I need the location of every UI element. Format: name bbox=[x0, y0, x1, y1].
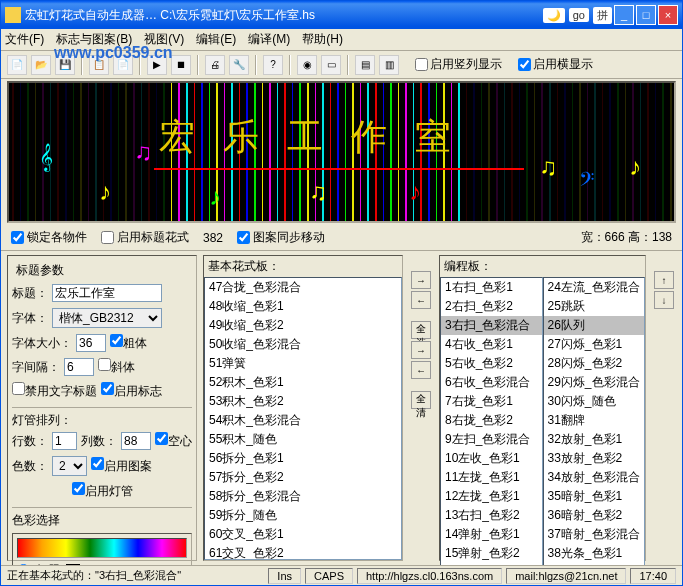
move-right-button[interactable]: → bbox=[411, 271, 431, 289]
list-item[interactable]: 1右扫_色彩1 bbox=[441, 278, 542, 297]
tb-x2-icon[interactable]: ▭ bbox=[321, 55, 341, 75]
ime-badge[interactable]: 🌙 bbox=[543, 8, 565, 23]
move-right2-button[interactable]: → bbox=[411, 341, 431, 359]
use-tube-check[interactable]: 启用灯管 bbox=[72, 482, 133, 500]
list-item[interactable]: 8右拢_色彩2 bbox=[441, 411, 542, 430]
vertical-display-check[interactable]: 启用竖列显示 bbox=[415, 56, 502, 73]
menu-help[interactable]: 帮助(H) bbox=[302, 31, 343, 48]
colors-select[interactable]: 2 bbox=[52, 456, 87, 476]
list-item[interactable]: 5右收_色彩2 bbox=[441, 354, 542, 373]
list-item[interactable]: 6右收_色彩混合 bbox=[441, 373, 542, 392]
program-label: 编程板： bbox=[440, 256, 645, 277]
list-item[interactable]: 12左拢_色彩1 bbox=[441, 487, 542, 506]
tb-new-icon[interactable]: 📄 bbox=[7, 55, 27, 75]
menu-file[interactable]: 文件(F) bbox=[5, 31, 44, 48]
list-item[interactable]: 13右扫_色彩2 bbox=[441, 506, 542, 525]
ime-badge-2[interactable]: go bbox=[569, 8, 589, 22]
titlebar: 宏虹灯花式自动生成器… C:\宏乐霓虹灯\宏乐工作室.hs 🌙 go 拼 _ □… bbox=[1, 1, 682, 29]
basic-style-list[interactable]: 47合拢_色彩混合48收缩_色彩149收缩_色彩250收缩_色彩混合51弹簧52… bbox=[204, 277, 402, 560]
tb-help-icon[interactable]: ? bbox=[263, 55, 283, 75]
hollow-check[interactable]: 空心 bbox=[155, 432, 192, 450]
list-item[interactable]: 49收缩_色彩2 bbox=[205, 316, 401, 335]
ime-badge-3[interactable]: 拼 bbox=[593, 7, 612, 24]
font-select[interactable]: 楷体_GB2312 bbox=[52, 308, 162, 328]
list-item[interactable]: 4右收_色彩1 bbox=[441, 335, 542, 354]
bold-check[interactable]: 粗体 bbox=[110, 334, 147, 352]
move-left2-button[interactable]: ← bbox=[411, 361, 431, 379]
tb-open-icon[interactable]: 📂 bbox=[31, 55, 51, 75]
list-item[interactable]: 61交叉_色彩2 bbox=[205, 544, 401, 560]
spacing-input[interactable] bbox=[64, 358, 94, 376]
status-mail: mail:hlgzs@21cn.net bbox=[506, 568, 626, 584]
list-item[interactable]: 9左扫_色彩混合 bbox=[441, 430, 542, 449]
italic-check[interactable]: 斜体 bbox=[98, 358, 135, 376]
list-item[interactable]: 10左收_色彩1 bbox=[441, 449, 542, 468]
list-item[interactable]: 26队列 bbox=[544, 316, 645, 335]
list-item[interactable]: 32放射_色彩1 bbox=[544, 430, 645, 449]
list-item[interactable]: 38光条_色彩1 bbox=[544, 544, 645, 563]
use-logo-check[interactable]: 启用标志 bbox=[101, 382, 162, 400]
window-title: 宏虹灯花式自动生成器… C:\宏乐霓虹灯\宏乐工作室.hs bbox=[25, 7, 541, 24]
cols-input[interactable] bbox=[121, 432, 151, 450]
list-item[interactable]: 47合拢_色彩混合 bbox=[205, 278, 401, 297]
horizontal-display-check[interactable]: 启用横显示 bbox=[518, 56, 593, 73]
list-item[interactable]: 15弹射_色彩2 bbox=[441, 544, 542, 563]
minimize-button[interactable]: _ bbox=[614, 5, 634, 25]
list-item[interactable]: 55积木_随色 bbox=[205, 430, 401, 449]
program-list-col1[interactable]: 1右扫_色彩12右扫_色彩23右扫_色彩混合4右收_色彩15右收_色彩26右收_… bbox=[440, 277, 543, 565]
list-item[interactable]: 60交叉_色彩1 bbox=[205, 525, 401, 544]
list-item[interactable]: 24左流_色彩混合 bbox=[544, 278, 645, 297]
gradient-bar[interactable] bbox=[17, 538, 187, 558]
tb-y1-icon[interactable]: ▤ bbox=[355, 55, 375, 75]
list-item[interactable]: 53积木_色彩2 bbox=[205, 392, 401, 411]
list-item[interactable]: 34放射_色彩混合 bbox=[544, 468, 645, 487]
list-item[interactable]: 36暗射_色彩2 bbox=[544, 506, 645, 525]
list-item[interactable]: 56拆分_色彩1 bbox=[205, 449, 401, 468]
list-item[interactable]: 27闪烁_色彩1 bbox=[544, 335, 645, 354]
select-all-button[interactable]: 全选 bbox=[411, 321, 431, 339]
disable-text-check[interactable]: 禁用文字标题 bbox=[12, 382, 97, 400]
sync-move-check[interactable]: 图案同步移动 bbox=[237, 229, 325, 246]
rows-input[interactable] bbox=[52, 432, 77, 450]
menu-compile[interactable]: 编译(M) bbox=[248, 31, 290, 48]
list-item[interactable]: 25跳跃 bbox=[544, 297, 645, 316]
list-item[interactable]: 2右扫_色彩2 bbox=[441, 297, 542, 316]
list-item[interactable]: 33放射_色彩2 bbox=[544, 449, 645, 468]
list-item[interactable]: 48收缩_色彩1 bbox=[205, 297, 401, 316]
tb-stop-icon[interactable]: ⏹ bbox=[171, 55, 191, 75]
list-item[interactable]: 59拆分_随色 bbox=[205, 506, 401, 525]
tb-x1-icon[interactable]: ◉ bbox=[297, 55, 317, 75]
tb-tool-icon[interactable]: 🔧 bbox=[229, 55, 249, 75]
move-left-button[interactable]: ← bbox=[411, 291, 431, 309]
list-item[interactable]: 3右扫_色彩混合 bbox=[441, 316, 542, 335]
list-item[interactable]: 51弹簧 bbox=[205, 354, 401, 373]
use-pattern-check[interactable]: 启用图案 bbox=[91, 457, 152, 475]
maximize-button[interactable]: □ bbox=[636, 5, 656, 25]
list-item[interactable]: 28闪烁_色彩2 bbox=[544, 354, 645, 373]
tb-print-icon[interactable]: 🖨 bbox=[205, 55, 225, 75]
menu-edit[interactable]: 编辑(E) bbox=[196, 31, 236, 48]
list-item[interactable]: 58拆分_色彩混合 bbox=[205, 487, 401, 506]
close-button[interactable]: × bbox=[658, 5, 678, 25]
list-item[interactable]: 11左拢_色彩1 bbox=[441, 468, 542, 487]
list-item[interactable]: 29闪烁_色彩混合 bbox=[544, 373, 645, 392]
program-list-col2[interactable]: 24左流_色彩混合25跳跃26队列27闪烁_色彩128闪烁_色彩229闪烁_色彩… bbox=[543, 277, 646, 565]
title-style-check[interactable]: 启用标题花式 bbox=[101, 229, 189, 246]
size-input[interactable] bbox=[76, 334, 106, 352]
list-item[interactable]: 50收缩_色彩混合 bbox=[205, 335, 401, 354]
list-item[interactable]: 37暗射_色彩混合 bbox=[544, 525, 645, 544]
tb-y2-icon[interactable]: ▥ bbox=[379, 55, 399, 75]
lock-check[interactable]: 锁定各物件 bbox=[11, 229, 87, 246]
list-item[interactable]: 14弹射_色彩1 bbox=[441, 525, 542, 544]
list-item[interactable]: 52积木_色彩1 bbox=[205, 373, 401, 392]
list-item[interactable]: 30闪烁_随色 bbox=[544, 392, 645, 411]
move-up-button[interactable]: ↑ bbox=[654, 271, 674, 289]
list-item[interactable]: 31翻牌 bbox=[544, 411, 645, 430]
list-item[interactable]: 35暗射_色彩1 bbox=[544, 487, 645, 506]
move-down-button[interactable]: ↓ bbox=[654, 291, 674, 309]
list-item[interactable]: 54积木_色彩混合 bbox=[205, 411, 401, 430]
clear-all-button[interactable]: 全清 bbox=[411, 391, 431, 409]
list-item[interactable]: 7右拢_色彩1 bbox=[441, 392, 542, 411]
list-item[interactable]: 57拆分_色彩2 bbox=[205, 468, 401, 487]
title-input[interactable] bbox=[52, 284, 162, 302]
